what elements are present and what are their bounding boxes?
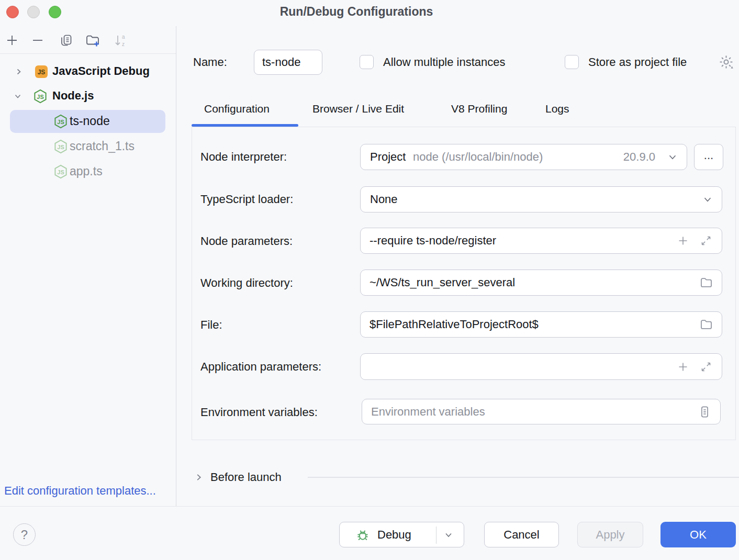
node-interpreter-label: Node interpreter: [200, 150, 287, 164]
before-launch-label[interactable]: Before launch [210, 471, 282, 484]
nodejs-icon-faded: JS [53, 139, 69, 154]
tab-browser-live-edit[interactable]: Browser / Live Edit [312, 103, 404, 115]
cancel-button[interactable]: Cancel [484, 522, 559, 547]
name-input[interactable] [254, 50, 322, 75]
working-directory-input[interactable] [361, 270, 722, 295]
typescript-loader-value: None [370, 187, 398, 212]
copy-configuration-button[interactable] [59, 33, 73, 47]
chevron-down-icon[interactable] [14, 92, 22, 100]
sort-alphabetically-icon: a z [114, 33, 127, 47]
svg-text:a: a [122, 34, 125, 40]
allow-multiple-instances-label[interactable]: Allow multiple instances [383, 55, 506, 69]
tree-item-scratch-1-ts[interactable]: JS scratch_1.ts [0, 135, 176, 158]
interpreter-version: 20.9.0 [623, 144, 655, 170]
interpreter-more-button[interactable]: ... [694, 144, 723, 170]
node-interpreter-combobox[interactable]: Project node (/usr/local/bin/node) 20.9.… [360, 144, 687, 170]
dialog-title: Run/Debug Configurations [0, 5, 713, 19]
expand-icon [700, 361, 712, 373]
chevron-right-icon [194, 473, 204, 482]
tab-v8-profiling[interactable]: V8 Profiling [451, 103, 507, 115]
minus-icon [31, 33, 44, 47]
file-input[interactable] [361, 312, 722, 337]
add-configuration-button[interactable] [5, 33, 19, 47]
copy-icon [59, 33, 73, 47]
chevron-down-icon [702, 194, 713, 205]
tab-configuration[interactable]: Configuration [204, 103, 270, 115]
add-macro-button[interactable] [677, 234, 689, 247]
svg-text:JS: JS [37, 94, 43, 100]
working-directory-label: Working directory: [200, 276, 293, 290]
debug-options-chevron[interactable] [443, 530, 454, 540]
tree-item-label: app.ts [70, 164, 103, 178]
browse-folder-button[interactable] [699, 276, 713, 290]
tree-item-ts-node[interactable]: JS ts-node [0, 110, 176, 133]
store-as-project-file-label[interactable]: Store as project file [588, 55, 687, 69]
node-parameters-field [360, 228, 722, 254]
svg-text:JS: JS [38, 69, 46, 76]
ok-button[interactable]: OK [660, 522, 736, 547]
expand-field-button[interactable] [700, 361, 712, 373]
chevron-down-icon [443, 530, 454, 540]
application-parameters-input[interactable] [361, 354, 722, 379]
svg-text:JS: JS [57, 119, 64, 125]
plus-icon [677, 361, 689, 373]
apply-button[interactable]: Apply [577, 522, 643, 547]
store-as-project-file-checkbox[interactable] [565, 55, 579, 69]
svg-text:z: z [122, 41, 125, 47]
environment-variables-input[interactable] [362, 399, 720, 424]
sidebar-divider [176, 26, 176, 506]
folder-icon [699, 276, 713, 290]
edit-configuration-templates-link[interactable]: Edit configuration templates... [4, 484, 156, 498]
browse-folder-button[interactable] [699, 318, 713, 332]
tree-group-label: JavaScript Debug [52, 64, 150, 78]
interpreter-selection: Project [370, 144, 406, 170]
expand-field-button[interactable] [700, 234, 712, 247]
question-mark-icon: ? [21, 528, 28, 542]
before-launch-expander[interactable] [194, 473, 204, 482]
chevron-right-icon[interactable] [15, 68, 23, 76]
store-settings-gear-button[interactable] [718, 54, 734, 70]
debug-split-button[interactable]: Debug [339, 522, 464, 547]
new-folder-button[interactable] [85, 32, 100, 48]
tab-logs[interactable]: Logs [545, 103, 569, 115]
nodejs-icon: JS [53, 114, 69, 129]
nodejs-icon: JS [32, 88, 48, 104]
tree-item-label: ts-node [70, 114, 110, 128]
run-debug-configurations-dialog: Run/Debug Configurations a z [0, 0, 739, 560]
interpreter-path: node (/usr/local/bin/node) [413, 144, 543, 170]
debug-bug-icon [355, 528, 370, 542]
environment-variables-field [362, 399, 721, 424]
split-button-divider [436, 527, 436, 544]
gear-icon [718, 54, 734, 70]
new-folder-icon [85, 32, 100, 48]
typescript-loader-label: TypeScript loader: [200, 193, 293, 206]
expand-icon [700, 234, 712, 247]
javascript-file-icon: JS [35, 65, 48, 79]
folder-icon [699, 318, 713, 332]
edit-environment-variables-button[interactable] [698, 405, 712, 419]
before-launch-separator [308, 477, 739, 478]
sort-configurations-button[interactable]: a z [114, 33, 127, 47]
node-parameters-input[interactable] [361, 228, 722, 253]
allow-multiple-instances-checkbox[interactable] [360, 55, 374, 69]
nodejs-icon-faded: JS [53, 164, 69, 180]
add-macro-button[interactable] [677, 361, 689, 373]
svg-text:JS: JS [57, 169, 64, 175]
help-button[interactable]: ? [13, 523, 36, 546]
tree-item-app-ts[interactable]: JS app.ts [0, 160, 176, 183]
typescript-loader-select[interactable]: None [360, 186, 722, 212]
tree-item-label: scratch_1.ts [70, 139, 135, 153]
application-parameters-label: Application parameters: [200, 360, 321, 374]
tree-group-nodejs[interactable]: JS Node.js [0, 85, 176, 108]
tree-group-label: Node.js [52, 89, 94, 103]
titlebar: Run/Debug Configurations [0, 0, 739, 25]
remove-configuration-button[interactable] [31, 33, 44, 47]
chevron-down-icon [667, 151, 678, 163]
environment-variables-label: Environment variables: [200, 406, 318, 419]
name-label: Name: [193, 55, 227, 69]
file-field [360, 311, 722, 338]
debug-button-label: Debug [377, 528, 411, 542]
working-directory-field [360, 270, 722, 296]
tree-group-javascript-debug[interactable]: JS JavaScript Debug [0, 60, 176, 83]
application-parameters-field [360, 353, 722, 380]
